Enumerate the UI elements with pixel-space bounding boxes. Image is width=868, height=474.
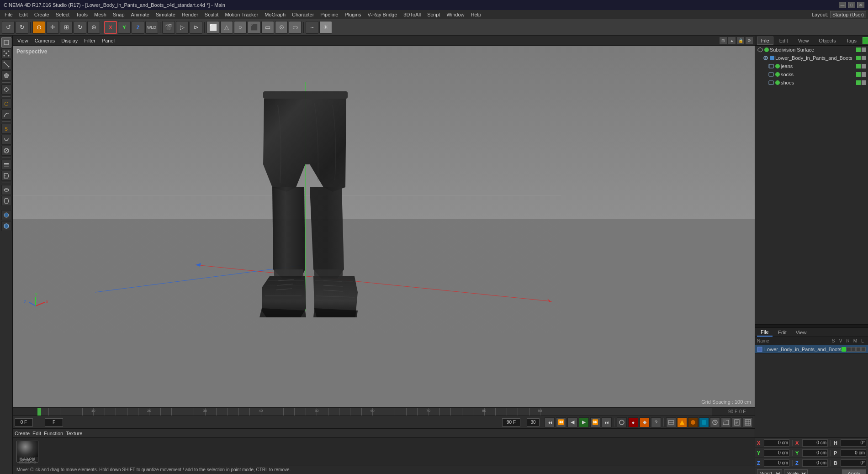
render-view-button[interactable]: 🎬 <box>162 21 175 34</box>
capsule-button[interactable]: ⬭ <box>289 21 302 34</box>
current-frame-input[interactable] <box>15 418 33 427</box>
render-all-button[interactable]: ⊳ <box>190 21 202 34</box>
live-selection-button[interactable]: ⊙ <box>32 21 45 34</box>
go-end-button[interactable]: ⏭ <box>602 417 612 427</box>
auto-key-button[interactable]: ● <box>628 417 638 427</box>
om-row-lowerbody[interactable]: Lower_Body_in_Pants_and_Boots <box>755 54 868 62</box>
menu-pipeline[interactable]: Pipeline <box>318 11 341 18</box>
menu-snap[interactable]: Snap <box>110 11 127 18</box>
menu-vray[interactable]: V-Ray Bridge <box>365 11 400 18</box>
coord-scale-select[interactable]: Scale <box>784 469 808 474</box>
end-frame-input[interactable] <box>502 418 520 427</box>
menu-simulate[interactable]: Simulate <box>153 11 178 18</box>
lt-mode-poly[interactable] <box>1 70 11 80</box>
om-tab-edit[interactable]: Edit <box>775 37 792 45</box>
mat-menu-function[interactable]: Function <box>44 431 63 436</box>
transform-tool-button[interactable]: ⊕ <box>87 21 100 34</box>
lt-mode-object[interactable] <box>1 37 11 47</box>
vp-icon-settings[interactable]: ⚙ <box>746 37 753 44</box>
lt-paint[interactable]: ⬡ <box>1 99 11 109</box>
menu-plugins[interactable]: Plugins <box>342 11 364 18</box>
cylinder-button[interactable]: ⬛ <box>248 21 260 34</box>
coord-x-pos-input[interactable] <box>764 439 789 447</box>
om-tab-view[interactable]: View <box>794 37 813 45</box>
vp-icon-lock[interactable]: 🔒 <box>737 37 744 44</box>
panel-divider[interactable] <box>755 324 868 328</box>
coord-y-size-input[interactable] <box>802 449 828 457</box>
om-tab-objects[interactable]: Objects <box>815 37 840 45</box>
lt-mode-edge[interactable] <box>1 59 11 69</box>
menu-select[interactable]: Select <box>53 11 73 18</box>
lt-snap[interactable] <box>1 84 11 95</box>
om-row-subdivision[interactable]: Subdivision Surface <box>755 46 868 54</box>
torus-button[interactable]: ⊙ <box>275 21 288 34</box>
x-axis-button[interactable]: X <box>104 21 117 34</box>
coord-p-input[interactable] <box>841 449 866 457</box>
mat-menu-edit[interactable]: Edit <box>32 431 41 436</box>
maximize-button[interactable]: □ <box>848 2 855 8</box>
layout-value[interactable]: Startup (User) <box>830 11 866 18</box>
menu-3dtoall[interactable]: 3DToAll <box>401 11 423 18</box>
next-key-button[interactable]: ⏩ <box>590 417 600 427</box>
coord-b-input[interactable] <box>841 459 866 467</box>
tc-icon1[interactable] <box>666 417 676 427</box>
spline-button[interactable]: ~ <box>306 21 318 34</box>
lt-sculpt-2[interactable] <box>1 196 11 206</box>
scale-tool-button[interactable]: ⊞ <box>60 21 73 34</box>
render-active-button[interactable]: ▷ <box>176 21 189 34</box>
vp-menu-cameras[interactable]: Cameras <box>32 37 58 44</box>
attr-tab-view[interactable]: View <box>792 329 810 336</box>
apply-button[interactable]: Apply <box>842 469 866 474</box>
om-row-shoes[interactable]: shoes <box>755 79 868 87</box>
tc-icon8[interactable] <box>743 417 753 427</box>
vp-menu-display[interactable]: Display <box>58 37 80 44</box>
play-back-button[interactable]: ◀ <box>567 417 577 427</box>
lt-layers[interactable] <box>1 160 11 170</box>
lt-mode-point[interactable] <box>1 48 11 58</box>
cube-button[interactable]: ⬜ <box>206 21 219 34</box>
world-axis-button[interactable]: WLD <box>145 21 158 34</box>
om-row-jeans[interactable]: jeans <box>755 62 868 70</box>
lt-tags[interactable] <box>1 171 11 181</box>
timeline-button[interactable]: ? <box>651 417 661 427</box>
coord-x-size-input[interactable] <box>802 439 828 447</box>
undo-button[interactable]: ↺ <box>2 21 15 34</box>
vp-icon-arrow[interactable]: ▲ <box>728 37 736 44</box>
menu-sculpt[interactable]: Sculpt <box>202 11 222 18</box>
menu-mesh[interactable]: Mesh <box>91 11 109 18</box>
menu-character[interactable]: Character <box>289 11 317 18</box>
vp-menu-view[interactable]: View <box>15 37 31 44</box>
menu-render[interactable]: Render <box>179 11 201 18</box>
menu-animate[interactable]: Animate <box>128 11 152 18</box>
play-forward-button[interactable]: ▶ <box>579 417 589 427</box>
menu-edit[interactable]: Edit <box>16 11 31 18</box>
minimize-button[interactable]: — <box>839 2 846 8</box>
coord-z-size-input[interactable] <box>802 459 828 467</box>
menu-window[interactable]: Window <box>444 11 467 18</box>
rotate-tool-button[interactable]: ↻ <box>74 21 86 34</box>
menu-motiontracker[interactable]: Motion Tracker <box>222 11 261 18</box>
cone-button[interactable]: △ <box>220 21 233 34</box>
go-start-button[interactable]: ⏮ <box>545 417 555 427</box>
tc-icon3[interactable] <box>688 417 698 427</box>
lt-material[interactable]: $ <box>1 124 11 134</box>
z-axis-button[interactable]: Z <box>132 21 144 34</box>
light-button[interactable]: ☀ <box>319 21 332 34</box>
lt-palette1[interactable] <box>1 210 11 220</box>
vp-menu-filter[interactable]: Filter <box>81 37 98 44</box>
prev-key-button[interactable]: ⏪ <box>556 417 566 427</box>
om-row-socks[interactable]: socks <box>755 70 868 79</box>
menu-file[interactable]: File <box>2 11 16 18</box>
om-tab-tags[interactable]: Tags <box>842 37 861 45</box>
tc-icon4[interactable] <box>699 417 709 427</box>
lt-deform[interactable] <box>1 135 11 145</box>
key-button[interactable]: ◆ <box>640 417 650 427</box>
timeline-ruler[interactable]: 0102030405060708090 90 F 0 F <box>13 407 755 416</box>
attr-row-lowerbody[interactable]: Lower_Body_in_Pants_and_Boots <box>755 345 868 353</box>
y-axis-button[interactable]: Y <box>118 21 131 34</box>
attr-tab-edit[interactable]: Edit <box>774 329 790 336</box>
lt-sculpt-1[interactable] <box>1 185 11 195</box>
coord-world-select[interactable]: World Object <box>757 469 782 474</box>
menu-script[interactable]: Script <box>424 11 443 18</box>
lt-spline-tool[interactable] <box>1 110 11 120</box>
